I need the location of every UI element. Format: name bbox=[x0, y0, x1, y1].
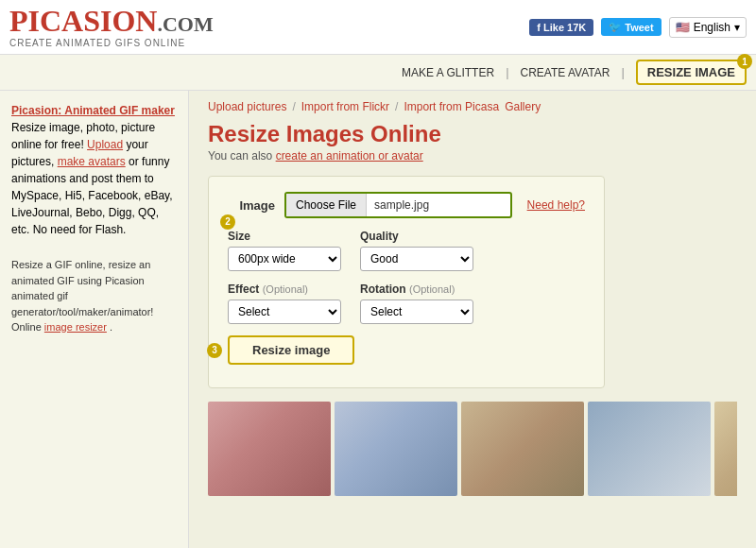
sidebar: Picasion: Animated GIF maker Resize imag… bbox=[0, 91, 189, 548]
badge-1: 1 bbox=[737, 54, 752, 69]
page-subtitle: You can also create an animation or avat… bbox=[208, 149, 737, 163]
breadcrumb: Upload pictures / Import from Flickr / I… bbox=[208, 100, 737, 113]
rotation-select[interactable]: Select 90° CW 90° CCW 180° bbox=[360, 300, 473, 324]
sidebar-bottom: Resize a GIF online, resize an animated … bbox=[11, 257, 177, 335]
sidebar-avatars-link[interactable]: make avatars bbox=[58, 155, 126, 168]
resize-button-area: 3 Resize image bbox=[228, 335, 585, 365]
thumbnail-strip bbox=[208, 402, 737, 496]
effect-optional-label: (Optional) bbox=[263, 283, 308, 295]
quality-select[interactable]: Good Low High Best bbox=[360, 247, 473, 271]
header: PICASION.COM CREATE ANIMATED GIFS ONLINE… bbox=[0, 0, 756, 55]
fb-label: Like 17K bbox=[543, 22, 586, 33]
quality-group: Quality Good Low High Best bbox=[360, 230, 473, 271]
flag-icon: 🇺🇸 bbox=[676, 21, 690, 34]
nav-separator-2: | bbox=[621, 65, 624, 79]
need-help-link[interactable]: Need help? bbox=[527, 198, 585, 212]
breadcrumb-sep2: / bbox=[395, 100, 398, 113]
thumbnail-4 bbox=[588, 402, 711, 496]
subtitle-text: You can also bbox=[208, 149, 272, 163]
breadcrumb-gallery[interactable]: Gallery bbox=[505, 100, 541, 113]
logo-text: PICASION bbox=[9, 4, 157, 38]
file-name-display: sample.jpg bbox=[367, 194, 510, 216]
language-selector[interactable]: 🇺🇸 English ▾ bbox=[669, 17, 747, 38]
main-layout: Picasion: Animated GIF maker Resize imag… bbox=[0, 91, 756, 548]
chevron-down-icon: ▾ bbox=[734, 21, 740, 34]
page-title: Resize Images Online bbox=[208, 121, 737, 147]
lang-label: English bbox=[694, 21, 730, 34]
sidebar-upload-link[interactable]: Upload bbox=[87, 138, 123, 151]
resize-image-button[interactable]: RESIZE IMAGE 1 bbox=[636, 60, 747, 85]
image-label: Image 2 bbox=[228, 198, 275, 213]
resize-submit-button[interactable]: Resize image bbox=[228, 335, 354, 365]
size-quality-row: Size 600px wide 100px wide 200px wide 30… bbox=[228, 230, 585, 271]
navbar: MAKE A GLITTER | CREATE AVATAR | RESIZE … bbox=[0, 55, 756, 91]
tagline: CREATE ANIMATED GIFS ONLINE bbox=[9, 38, 214, 48]
facebook-like-button[interactable]: f Like 17K bbox=[529, 19, 593, 36]
tw-icon: 🐦 bbox=[609, 21, 622, 33]
file-input-area: Choose File sample.jpg bbox=[284, 192, 512, 218]
nav-separator-1: | bbox=[506, 65, 508, 79]
subtitle-link[interactable]: create an animation or avatar bbox=[276, 149, 423, 163]
tw-label: Tweet bbox=[625, 22, 653, 33]
twitter-tweet-button[interactable]: 🐦 Tweet bbox=[601, 18, 661, 36]
resize-image-label: RESIZE IMAGE bbox=[647, 65, 735, 79]
fb-icon: f bbox=[537, 22, 541, 33]
logo-area: PICASION.COM CREATE ANIMATED GIFS ONLINE bbox=[9, 6, 214, 48]
breadcrumb-picasa[interactable]: Import from Picasa bbox=[404, 100, 499, 113]
content-area: Upload pictures / Import from Flickr / I… bbox=[189, 91, 756, 548]
effect-select[interactable]: Select Grayscale Sepia Negative bbox=[228, 300, 341, 324]
size-label: Size bbox=[228, 230, 341, 243]
sidebar-heading[interactable]: Picasion: Animated GIF maker bbox=[11, 104, 175, 117]
rotation-optional-label: (Optional) bbox=[409, 283, 455, 295]
logo-dotcom: .COM bbox=[157, 12, 213, 36]
resize-form: Image 2 Choose File sample.jpg Need help… bbox=[208, 176, 605, 388]
thumbnail-3 bbox=[461, 402, 584, 496]
image-resizer-link[interactable]: image resizer bbox=[44, 321, 107, 333]
header-right: f Like 17K 🐦 Tweet 🇺🇸 English ▾ bbox=[529, 17, 747, 38]
rotation-label: Rotation (Optional) bbox=[360, 283, 473, 296]
effect-label: Effect (Optional) bbox=[228, 283, 341, 296]
logo: PICASION.COM bbox=[9, 6, 214, 36]
quality-label: Quality bbox=[360, 230, 473, 243]
badge-2: 2 bbox=[220, 214, 235, 230]
sidebar-bottom-text2: . bbox=[110, 321, 112, 333]
make-glitter-link[interactable]: MAKE A GLITTER bbox=[402, 66, 494, 79]
effect-rotation-row: Effect (Optional) Select Grayscale Sepia… bbox=[228, 283, 585, 324]
breadcrumb-flickr[interactable]: Import from Flickr bbox=[301, 100, 389, 113]
size-select[interactable]: 600px wide 100px wide 200px wide 300px w… bbox=[228, 247, 341, 271]
thumbnail-2 bbox=[335, 402, 457, 496]
size-group: Size 600px wide 100px wide 200px wide 30… bbox=[228, 230, 341, 271]
badge-3: 3 bbox=[207, 343, 222, 358]
choose-file-button[interactable]: Choose File bbox=[286, 194, 367, 216]
create-avatar-link[interactable]: CREATE AVATAR bbox=[521, 66, 610, 79]
thumbnail-1 bbox=[208, 402, 331, 496]
effect-group: Effect (Optional) Select Grayscale Sepia… bbox=[228, 283, 341, 324]
breadcrumb-sep1: / bbox=[292, 100, 295, 113]
image-row: Image 2 Choose File sample.jpg Need help… bbox=[228, 192, 585, 218]
rotation-group: Rotation (Optional) Select 90° CW 90° CC… bbox=[360, 283, 473, 324]
breadcrumb-upload[interactable]: Upload pictures bbox=[208, 100, 286, 113]
thumbnail-5 bbox=[714, 402, 737, 496]
